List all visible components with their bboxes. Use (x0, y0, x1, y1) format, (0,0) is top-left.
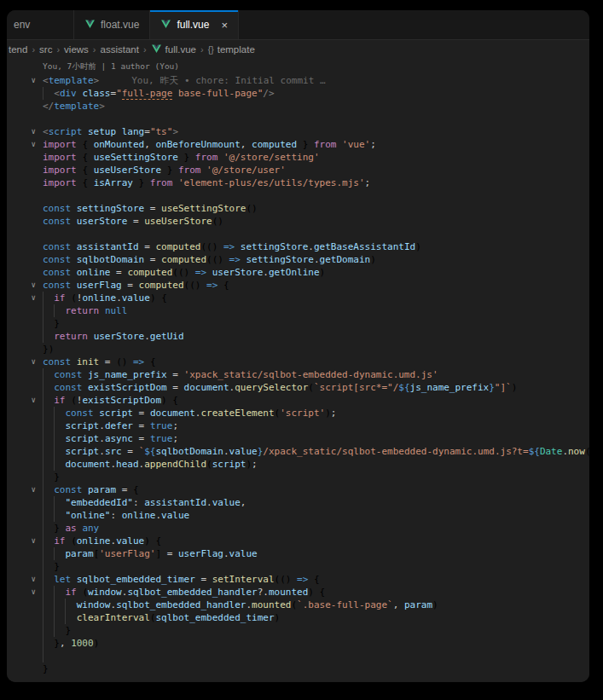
code-line[interactable] (7, 113, 589, 125)
code-line[interactable]: ∨const init = () => { (7, 356, 589, 368)
code-line[interactable]: return null (7, 304, 589, 317)
code-line[interactable]: const js_name_prefix = 'xpack_static/sql… (7, 368, 589, 381)
code-line[interactable]: const assistantId = computed(() => setti… (7, 240, 589, 253)
code-token: { (82, 177, 88, 188)
code-line[interactable]: const existScriptDom = document.querySel… (7, 381, 589, 394)
code-line[interactable]: ∨import { onMounted, onBeforeUnmount, co… (7, 138, 589, 151)
code-line[interactable]: <div class="full-page base-full-page"/> (7, 87, 589, 100)
code-line[interactable]: script.async = true; (7, 432, 589, 445)
code-line[interactable]: window.sqlbot_embedded_handler.mounted(`… (7, 599, 589, 611)
code-token: () (212, 254, 223, 265)
vue-logo-icon (160, 20, 171, 30)
breadcrumb: tend › src › views › assistant › full.vu… (7, 40, 589, 59)
code-line[interactable]: } (7, 317, 589, 330)
codelens-authors[interactable]: You, 7小时前 | 1 author (You) (7, 59, 589, 74)
code-token (82, 126, 88, 137)
tab-full-vue[interactable]: full.vue × (150, 10, 239, 39)
code-line[interactable] (7, 189, 589, 202)
code-line[interactable]: ∨ if (window.sqlbot_embedded_handler?.mo… (7, 586, 589, 599)
code-line[interactable]: script.defer = true; (7, 419, 589, 432)
code-line[interactable]: }, 1000) (7, 637, 589, 650)
gutter (7, 151, 43, 164)
code-line[interactable]: }) (7, 343, 589, 356)
close-icon[interactable]: × (221, 20, 228, 31)
code-line[interactable]: ∨ if (!existScriptDom) { (7, 394, 589, 407)
code-line-content: }, 1000) (43, 637, 589, 650)
indent-guide (54, 458, 55, 471)
fold-chevron-icon[interactable]: ∨ (7, 573, 43, 586)
fold-chevron-icon[interactable]: ∨ (7, 138, 43, 151)
code-line[interactable]: const script = document.createElement('s… (7, 407, 589, 419)
code-line[interactable]: ∨ if (online.value) { (7, 535, 589, 547)
breadcrumb-item[interactable]: views (64, 44, 89, 55)
code-line[interactable]: const userStore = useUserStore() (7, 215, 589, 228)
code-line[interactable]: param['userFlag'] = userFlag.value (7, 547, 589, 560)
code-token: /> (263, 88, 274, 99)
gutter (7, 189, 43, 202)
code-line[interactable]: ∨ const param = { (7, 483, 589, 496)
code-line[interactable]: "embeddedId": assistantId.value, (7, 496, 589, 509)
gutter (7, 419, 43, 432)
breadcrumb-item[interactable]: template (217, 44, 255, 55)
code-token: if (54, 292, 65, 304)
fold-chevron-icon[interactable]: ∨ (7, 483, 43, 496)
code-line[interactable]: } (7, 624, 589, 637)
code-token: value (212, 497, 241, 508)
fold-chevron-icon[interactable]: ∨ (7, 535, 43, 547)
code-line[interactable]: import { useSettingStore } from '@/store… (7, 151, 589, 164)
fold-chevron-icon[interactable]: ∨ (7, 586, 43, 599)
code-line[interactable]: ∨ if (!online.value) { (7, 292, 589, 304)
code-line[interactable]: script.src = `${sqlbotDomain.value}/xpac… (7, 445, 589, 458)
code-line-content (43, 113, 589, 125)
code-token: . (223, 446, 229, 457)
code-line[interactable]: const sqlbotDomain = computed(() => sett… (7, 253, 589, 266)
code-line[interactable]: } as any (7, 522, 589, 535)
code-line[interactable]: } (7, 662, 589, 675)
code-line[interactable]: clearInterval(sqlbot_embedded_timer) (7, 611, 589, 624)
fold-chevron-icon[interactable]: ∨ (7, 279, 43, 292)
code-line[interactable]: const settingStore = useSettingStore() (7, 202, 589, 215)
code-line[interactable]: </template> (7, 100, 589, 113)
fold-chevron-icon[interactable]: ∨ (7, 125, 43, 138)
code-line[interactable]: ∨ let sqlbot_embedded_timer = setInterva… (7, 573, 589, 586)
code-line[interactable] (7, 650, 589, 662)
code-line[interactable]: ∨const userFlag = computed(() => { (7, 279, 589, 292)
fold-chevron-icon[interactable]: ∨ (7, 292, 43, 304)
code-line[interactable]: ∨<template>You, 昨天 • chore: Initial comm… (7, 74, 589, 87)
code-line[interactable]: ∨<script setup lang="ts"> (7, 125, 589, 138)
code-token: ) (320, 267, 326, 278)
indent-guide (43, 87, 43, 100)
code-token: param (66, 548, 94, 559)
code-line-content: const assistantId = computed(() => setti… (43, 240, 589, 253)
breadcrumb-item[interactable]: assistant (101, 44, 139, 55)
tab-label: env (14, 19, 30, 31)
code-line[interactable] (7, 228, 589, 240)
breadcrumb-item[interactable]: src (39, 44, 52, 55)
fold-chevron-icon[interactable]: ∨ (7, 356, 43, 368)
code-token: js_name_prefix (410, 382, 490, 393)
code-token: script (49, 126, 83, 137)
tab-env[interactable]: env (7, 10, 74, 39)
code-line[interactable]: const online = computed(() => userStore.… (7, 266, 589, 279)
indent-guide (65, 599, 66, 611)
code-token: { (156, 535, 162, 547)
code-token: ${ (398, 382, 409, 393)
fold-chevron-icon[interactable]: ∨ (7, 74, 43, 87)
code-token: . (206, 497, 212, 508)
breadcrumb-item[interactable]: tend (9, 44, 27, 55)
code-line[interactable]: } (7, 560, 589, 573)
code-line[interactable]: document.head.appendChild(script); (7, 458, 589, 471)
code-line[interactable]: return userStore.getUid (7, 330, 589, 343)
fold-chevron-icon[interactable]: ∨ (7, 394, 43, 407)
code-line[interactable]: import { useUserStore } from '@/store/us… (7, 164, 589, 176)
code-token: window (88, 587, 122, 598)
code-line[interactable]: "online": online.value (7, 509, 589, 522)
code-line[interactable]: } (7, 471, 589, 483)
code-token: isArray (94, 177, 133, 188)
code-line[interactable]: import { isArray } from 'element-plus/es… (7, 176, 589, 189)
tab-float-vue[interactable]: float.vue (74, 10, 150, 39)
code-line-content: } as any (43, 522, 589, 535)
code-token: = (122, 446, 139, 457)
gutter (7, 215, 43, 228)
breadcrumb-item[interactable]: full.vue (165, 44, 196, 55)
